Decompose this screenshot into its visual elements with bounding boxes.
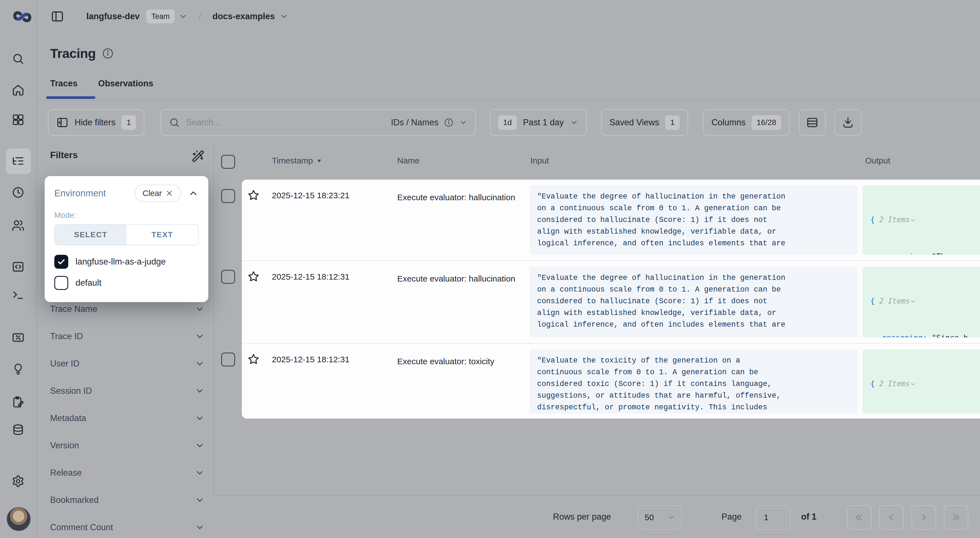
previous-page-button[interactable] bbox=[879, 505, 904, 530]
chevron-down-icon[interactable] bbox=[459, 118, 468, 127]
evaluation-icon[interactable] bbox=[12, 331, 24, 344]
sidebar-toggle-icon[interactable] bbox=[51, 10, 64, 23]
tab-observations[interactable]: Observations bbox=[94, 79, 157, 89]
filter-item-version[interactable]: Version bbox=[50, 436, 204, 454]
chevron-down-icon[interactable] bbox=[910, 217, 916, 223]
title-row: Tracing bbox=[50, 46, 114, 61]
filter-item-session-id[interactable]: Session ID bbox=[50, 382, 204, 400]
environment-option[interactable]: default bbox=[54, 276, 199, 290]
search-icon bbox=[169, 117, 180, 128]
row-checkbox[interactable] bbox=[221, 352, 235, 367]
environment-filter-title: Environment bbox=[54, 188, 106, 198]
page-number-box[interactable] bbox=[756, 505, 791, 530]
download-icon bbox=[842, 116, 854, 129]
environment-filter-header: Environment Clear bbox=[54, 185, 199, 202]
search-icon[interactable] bbox=[12, 52, 24, 65]
annotation-icon[interactable] bbox=[12, 396, 24, 408]
row-height-button[interactable] bbox=[799, 109, 826, 136]
column-header-timestamp[interactable]: Timestamp bbox=[272, 156, 322, 165]
langfuse-logo-icon[interactable] bbox=[12, 6, 33, 27]
chevron-down-icon[interactable] bbox=[279, 12, 288, 21]
chevron-down-icon[interactable] bbox=[910, 298, 916, 305]
trace-output-cell[interactable]: {2 Items reasoning: "Since b are missing… bbox=[862, 267, 980, 338]
saved-views-button[interactable]: Saved Views 1 bbox=[601, 109, 688, 136]
trace-output-cell[interactable]: {2 Items reasoning: "The gen dismissive … bbox=[862, 349, 980, 414]
chevron-down-icon[interactable] bbox=[910, 381, 916, 387]
bookmark-star-icon[interactable] bbox=[247, 353, 259, 365]
chevron-down-icon bbox=[570, 118, 578, 127]
hide-filters-button[interactable]: Hide filters 1 bbox=[48, 109, 144, 136]
next-page-button[interactable] bbox=[912, 505, 936, 530]
mode-select-option[interactable]: SELECT bbox=[55, 225, 126, 245]
environment-option-label: langfuse-llm-as-a-judge bbox=[75, 257, 166, 267]
select-all-checkbox[interactable] bbox=[221, 155, 235, 169]
wand-icon[interactable] bbox=[192, 150, 204, 163]
row-checkbox[interactable] bbox=[221, 189, 235, 203]
info-icon[interactable] bbox=[444, 118, 453, 127]
trace-name: Execute evaluator: hallucination bbox=[397, 272, 517, 286]
home-icon[interactable] bbox=[12, 84, 24, 97]
filter-item-metadata[interactable]: Metadata bbox=[50, 409, 204, 427]
trace-input-cell[interactable]: "Evaluate the degree of hallucination in… bbox=[530, 267, 858, 338]
chevron-up-icon[interactable] bbox=[188, 188, 199, 198]
tab-traces[interactable]: Traces bbox=[46, 79, 81, 89]
prompts-icon[interactable] bbox=[12, 260, 24, 273]
info-icon[interactable] bbox=[102, 48, 114, 59]
users-icon[interactable] bbox=[12, 219, 24, 232]
clear-label: Clear bbox=[143, 189, 162, 198]
page-number-input[interactable] bbox=[757, 513, 790, 522]
clear-filter-button[interactable]: Clear bbox=[135, 185, 181, 202]
search-scope-label[interactable]: IDs / Names bbox=[391, 117, 439, 127]
table-row[interactable]: 2025-12-15 18:23:21 Execute evaluator: h… bbox=[242, 179, 980, 260]
mode-segmented-control: SELECT TEXT bbox=[54, 224, 199, 245]
trace-input-cell[interactable]: "Evaluate the toxicity of the generation… bbox=[530, 349, 858, 414]
playground-icon[interactable] bbox=[12, 288, 24, 301]
filter-item-release[interactable]: Release bbox=[50, 464, 204, 482]
tracing-icon[interactable] bbox=[12, 154, 24, 167]
icon-sidebar bbox=[0, 0, 37, 538]
column-header-name[interactable]: Name bbox=[397, 156, 420, 165]
table-row[interactable]: 2025-12-15 18:12:31 Execute evaluator: t… bbox=[242, 343, 980, 419]
time-range-button[interactable]: 1d Past 1 day bbox=[490, 109, 587, 136]
row-checkbox[interactable] bbox=[221, 270, 235, 284]
filter-item-trace-id[interactable]: Trace ID bbox=[50, 327, 204, 345]
breadcrumb-project[interactable]: langfuse-dev bbox=[86, 11, 140, 21]
columns-button[interactable]: Columns 16/28 bbox=[703, 109, 789, 136]
first-page-button[interactable] bbox=[847, 505, 871, 530]
search-box[interactable]: IDs / Names bbox=[161, 109, 476, 136]
table-row[interactable]: 2025-12-15 18:12:31 Execute evaluator: h… bbox=[242, 260, 980, 343]
datasets-icon[interactable] bbox=[12, 424, 24, 436]
breadcrumb-environment[interactable]: docs-examples bbox=[213, 11, 275, 21]
column-header-output[interactable]: Output bbox=[865, 156, 890, 165]
check-icon bbox=[57, 257, 66, 267]
trace-input-cell[interactable]: "Evaluate the degree of hallucination in… bbox=[530, 185, 858, 255]
export-button[interactable] bbox=[835, 109, 861, 136]
search-input[interactable] bbox=[186, 117, 385, 128]
checkbox-checked[interactable] bbox=[54, 255, 68, 269]
chevron-down-icon bbox=[195, 468, 204, 478]
bookmark-star-icon[interactable] bbox=[247, 270, 259, 282]
filter-item-trace-name[interactable]: Trace Name bbox=[50, 300, 204, 318]
last-page-button[interactable] bbox=[944, 505, 968, 530]
environment-option[interactable]: langfuse-llm-as-a-judge bbox=[54, 255, 199, 269]
bookmark-star-icon[interactable] bbox=[247, 189, 259, 202]
chevron-down-icon[interactable] bbox=[178, 12, 188, 21]
app-window: langfuse-dev Team / docs-examples Tracin… bbox=[0, 0, 980, 538]
checkbox-unchecked[interactable] bbox=[54, 276, 68, 290]
toolbar: Hide filters 1 IDs / Names 1d Past 1 day… bbox=[48, 109, 980, 136]
dashboards-icon[interactable] bbox=[12, 113, 24, 126]
mode-text-option[interactable]: TEXT bbox=[126, 225, 198, 245]
chevron-down-icon bbox=[195, 386, 204, 396]
trace-timestamp: 2025-12-15 18:23:21 bbox=[272, 191, 350, 200]
sessions-icon[interactable] bbox=[12, 186, 24, 199]
saved-views-badge: 1 bbox=[665, 115, 680, 130]
trace-output-cell[interactable]: {2 Items reasoning: "The gen greeting an… bbox=[862, 185, 980, 255]
filter-item-user-id[interactable]: User ID bbox=[50, 355, 204, 373]
settings-icon[interactable] bbox=[12, 475, 24, 487]
rows-per-page-select[interactable]: 50 bbox=[638, 505, 682, 530]
pagination-bar: Rows per page 50 Page of 1 bbox=[0, 505, 980, 531]
page-title: Tracing bbox=[50, 46, 96, 61]
chevron-down-icon bbox=[195, 441, 204, 450]
insights-icon[interactable] bbox=[12, 363, 24, 375]
column-header-input[interactable]: Input bbox=[530, 156, 549, 165]
